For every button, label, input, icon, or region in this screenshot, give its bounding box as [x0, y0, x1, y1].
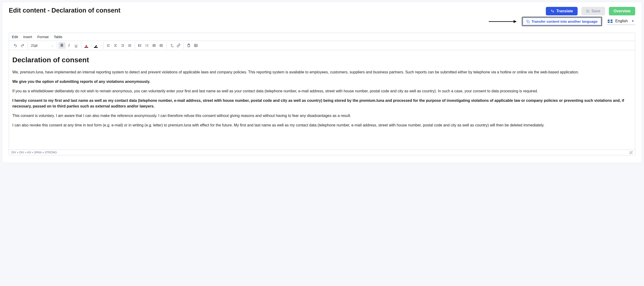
content-paragraph-bold: We give you the option of submitting rep…	[12, 79, 632, 85]
italic-button[interactable]: I	[66, 42, 72, 49]
resize-handle[interactable]	[629, 151, 632, 154]
editor-content[interactable]: Declaration of consent We, premium.luna,…	[9, 50, 635, 150]
bold-button[interactable]: B	[58, 42, 66, 49]
link-button[interactable]	[175, 42, 182, 49]
subheader-row: Transfer content into another language E…	[9, 17, 635, 26]
font-size-select[interactable]: 21pt ⌄	[29, 42, 55, 49]
transfer-language-button[interactable]: Transfer content into another language	[523, 18, 601, 25]
paste-button[interactable]	[185, 42, 192, 49]
highlight-color-button[interactable]	[92, 42, 99, 49]
chevron-down-icon: ⌄	[51, 44, 53, 47]
svg-point-17	[138, 46, 139, 47]
font-size-value: 21pt	[31, 44, 38, 47]
menu-insert[interactable]: Insert	[23, 35, 32, 39]
content-heading: Declaration of consent	[12, 54, 632, 65]
svg-point-15	[138, 44, 139, 45]
uk-flag-icon	[608, 20, 612, 23]
content-paragraph: We, premium.luna, have implemented an in…	[12, 69, 632, 75]
redo-button[interactable]	[19, 42, 26, 49]
page-title: Edit content - Declaration of consent	[9, 7, 120, 14]
text-color-dropdown[interactable]: ⌄	[90, 44, 92, 47]
save-icon	[586, 9, 590, 13]
highlight-color-dropdown[interactable]: ⌄	[100, 44, 102, 47]
indent-button[interactable]	[158, 42, 165, 49]
translate-button[interactable]: Translate	[546, 7, 578, 15]
clear-formatting-button[interactable]: T✕	[168, 42, 175, 49]
transfer-highlight-box: Transfer content into another language	[522, 17, 602, 26]
rich-text-editor: Edit Insert Format Table 21pt ⌄	[9, 33, 635, 155]
translate-icon	[550, 9, 554, 13]
numbered-list-button[interactable]: 123	[144, 42, 150, 49]
content-paragraph-bold: I hereby consent to my first and last na…	[12, 98, 632, 109]
editor-menu-bar: Edit Insert Format Table	[9, 33, 635, 41]
bullet-list-button[interactable]	[136, 42, 144, 49]
content-paragraph: If you as a whistleblower deliberately d…	[12, 88, 632, 94]
header-actions: Translate Save Overview	[546, 7, 635, 15]
save-label: Save	[591, 9, 600, 13]
align-left-button[interactable]	[105, 42, 112, 49]
svg-text:3: 3	[145, 46, 146, 47]
chevron-down-icon: ▼	[632, 19, 634, 23]
pointer-arrow	[489, 19, 517, 24]
element-path-bar: DIV » DIV » H3 » SPAN » STRONG	[9, 150, 635, 155]
align-center-button[interactable]	[112, 42, 119, 49]
menu-table[interactable]: Table	[54, 35, 62, 39]
svg-point-16	[138, 45, 139, 46]
language-select[interactable]: English ▼	[607, 18, 635, 25]
translate-label: Translate	[556, 9, 573, 13]
svg-rect-2	[528, 21, 530, 23]
outdent-button[interactable]	[150, 42, 158, 49]
save-button[interactable]: Save	[582, 7, 605, 15]
text-color-button[interactable]: A	[83, 42, 90, 49]
overview-label: Overview	[614, 9, 630, 13]
image-button[interactable]	[192, 42, 200, 49]
underline-button[interactable]: U	[72, 42, 80, 49]
element-path[interactable]: DIV » DIV » H3 » SPAN » STRONG	[12, 151, 57, 154]
language-value: English	[615, 19, 628, 23]
align-justify-button[interactable]	[126, 42, 133, 49]
header-row: Edit content - Declaration of consent Tr…	[9, 7, 635, 15]
content-paragraph: This consent is voluntary. I am aware th…	[12, 113, 632, 119]
overview-button[interactable]: Overview	[609, 7, 635, 15]
menu-format[interactable]: Format	[37, 35, 48, 39]
content-paragraph: I can also revoke this consent at any ti…	[12, 122, 632, 128]
svg-point-38	[195, 45, 196, 45]
menu-edit[interactable]: Edit	[12, 35, 18, 39]
undo-button[interactable]	[12, 42, 19, 49]
editor-toolbar: 21pt ⌄ B I U A ⌄ ⌄	[9, 41, 635, 50]
svg-marker-1	[514, 20, 517, 23]
copy-icon	[526, 20, 530, 23]
content-editor-card: Edit content - Declaration of consent Tr…	[2, 2, 642, 163]
transfer-label: Transfer content into another language	[532, 19, 598, 23]
align-right-button[interactable]	[119, 42, 126, 49]
